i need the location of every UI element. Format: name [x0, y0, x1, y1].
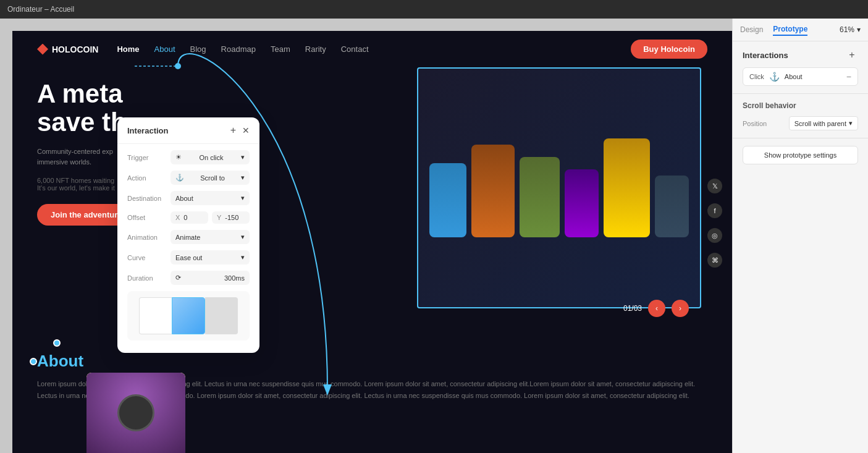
duration-icon: ⟳ [175, 274, 181, 282]
action-value: Scroll to [200, 174, 225, 182]
scroll-position-value: Scroll with parent [794, 120, 846, 127]
interactions-add-button[interactable]: + [846, 49, 858, 61]
animation-value: Animate [175, 234, 200, 241]
curve-value: Ease out [175, 254, 202, 261]
tab-prototype[interactable]: Prototype [773, 23, 807, 36]
duration-value: 300ms [224, 274, 245, 282]
nav-link-contact[interactable]: Contact [341, 44, 369, 54]
chip-trigger: Click [749, 73, 764, 80]
offset-x-group: X [171, 211, 208, 224]
trigger-chevron: ▾ [241, 153, 245, 161]
logo-text: HOLOCOIN [52, 44, 98, 54]
about-title: About [37, 352, 707, 371]
window-title: Ordinateur – Accueil [7, 5, 74, 14]
duration-field[interactable]: ⟳ 300ms [171, 271, 250, 285]
tab-design[interactable]: Design [740, 24, 763, 35]
modal-actions: + ✕ [230, 125, 250, 136]
modal-close-button[interactable]: ✕ [242, 125, 250, 135]
char-4 [565, 169, 599, 237]
curve-chevron: ▾ [241, 253, 245, 261]
robot-head [117, 394, 154, 431]
char-3 [520, 157, 560, 237]
interaction-chip[interactable]: Click ⚓ About − [743, 67, 858, 86]
char-6 [655, 176, 689, 237]
destination-chevron: ▾ [241, 194, 245, 202]
offset-row: Offset X Y [127, 211, 250, 224]
easing-preview [127, 291, 250, 341]
twitter-icon[interactable]: 𝕏 [707, 179, 722, 193]
nav-link-about[interactable]: About [154, 44, 175, 54]
about-anchor-dot [53, 339, 61, 347]
chip-anchor-icon: ⚓ [769, 72, 780, 82]
easing-right-block [172, 297, 205, 334]
characters-box [417, 67, 701, 308]
action-row: Action ⚓ Scroll to ▾ [127, 171, 250, 185]
curve-row: Curve Ease out ▾ [127, 250, 250, 265]
interaction-modal: Interaction + ✕ Trigger ☀ On click ▾ [117, 117, 259, 353]
scroll-position-row: Position Scroll with parent ▾ [743, 116, 858, 130]
trigger-dropdown[interactable]: ☀ On click ▾ [171, 150, 250, 164]
buy-holocoin-button[interactable]: Buy Holocoin [631, 40, 707, 59]
site-nav: HOLOCOIN Home About Blog Roadmap Team Ra… [12, 31, 732, 67]
zoom-value: 61% [840, 25, 854, 34]
nav-links: Home About Blog Roadmap Team Rarity Cont… [117, 44, 631, 54]
nav-link-home[interactable]: Home [117, 44, 139, 54]
carousel-controls: 01/03 ‹ › [623, 300, 689, 317]
animation-chevron: ▾ [241, 233, 245, 241]
offset-x-label: X [175, 214, 180, 221]
interactions-title: Interactions [743, 51, 788, 60]
zoom-chevron: ▾ [857, 25, 861, 34]
action-label: Action [127, 174, 171, 182]
nav-link-rarity[interactable]: Rarity [305, 44, 326, 54]
social-icons: 𝕏 f ◎ ⌘ [707, 179, 722, 268]
trigger-icon: ☀ [175, 153, 182, 161]
offset-y-input[interactable] [225, 214, 243, 221]
modal-add-button[interactable]: + [230, 125, 236, 136]
trigger-row: Trigger ☀ On click ▾ [127, 150, 250, 164]
zoom-indicator: 61% ▾ [840, 25, 861, 34]
discord-icon[interactable]: ⌘ [707, 253, 722, 268]
chip-remove-button[interactable]: − [846, 72, 851, 82]
position-label: Position [743, 120, 767, 127]
action-icon: ⚓ [175, 174, 184, 182]
nav-link-blog[interactable]: Blog [190, 44, 206, 54]
instagram-icon[interactable]: ◎ [707, 228, 722, 243]
bottom-character [86, 373, 185, 453]
curve-dropdown[interactable]: Ease out ▾ [171, 250, 250, 265]
nav-link-team[interactable]: Team [271, 44, 290, 54]
char-2 [471, 145, 515, 237]
carousel-number: 01/03 [623, 304, 642, 313]
modal-body: Trigger ☀ On click ▾ Action ⚓ Scroll to … [117, 144, 259, 353]
main-layout: HOLOCOIN Home About Blog Roadmap Team Ra… [0, 19, 868, 453]
carousel-next-button[interactable]: › [672, 300, 689, 317]
carousel-prev-button[interactable]: ‹ [648, 300, 665, 317]
curve-label: Curve [127, 254, 171, 261]
scroll-position-dropdown[interactable]: Scroll with parent ▾ [789, 116, 858, 130]
trigger-label: Trigger [127, 154, 171, 161]
animation-dropdown[interactable]: Animate ▾ [171, 230, 250, 244]
offset-x-input[interactable] [183, 214, 202, 221]
canvas-area: HOLOCOIN Home About Blog Roadmap Team Ra… [0, 19, 732, 453]
nav-link-roadmap[interactable]: Roadmap [221, 44, 256, 54]
action-dropdown[interactable]: ⚓ Scroll to ▾ [171, 171, 250, 185]
bottom-character-inner [86, 373, 185, 453]
char-1 [429, 163, 466, 237]
easing-left-block [139, 297, 172, 334]
offset-label: Offset [127, 214, 171, 221]
facebook-icon[interactable]: f [707, 203, 722, 218]
easing-visualization [139, 297, 238, 334]
destination-value: About [175, 195, 193, 202]
easing-gray-block [205, 297, 238, 334]
modal-title: Interaction [127, 126, 168, 135]
character-figures [417, 126, 701, 250]
destination-row: Destination About ▾ [127, 191, 250, 205]
action-chevron: ▾ [241, 174, 245, 182]
logo-icon [37, 44, 48, 55]
panel-tabs: Design Prototype 61% ▾ [733, 19, 868, 41]
scroll-behavior-section: Scroll behavior Position Scroll with par… [733, 94, 868, 138]
duration-label: Duration [127, 274, 171, 282]
scroll-position-chevron: ▾ [849, 119, 853, 127]
show-prototype-settings-button[interactable]: Show prototype settings [743, 146, 858, 164]
offset-y-group: Y [212, 211, 250, 224]
destination-dropdown[interactable]: About ▾ [171, 191, 250, 205]
